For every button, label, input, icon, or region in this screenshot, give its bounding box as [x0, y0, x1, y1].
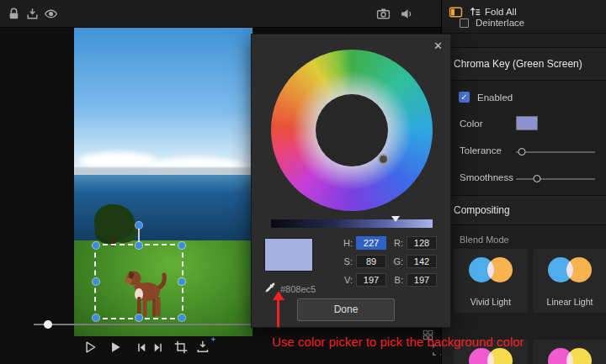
fold-all-icon[interactable] [469, 5, 481, 18]
fold-all-button[interactable]: Fold All [485, 7, 517, 17]
app-window: + Fold All Deinterlace Chroma Key (Green… [0, 0, 606, 364]
selection-box[interactable] [94, 244, 183, 319]
divider [442, 33, 606, 34]
next-frame-icon[interactable] [152, 341, 164, 354]
export-icon[interactable] [25, 7, 40, 21]
blend-mode-label: Blend Mode [460, 235, 509, 245]
video-canvas[interactable] [74, 28, 252, 336]
selection-handle[interactable] [178, 242, 185, 249]
photo-tree [94, 204, 135, 241]
blend-mode-linear-light[interactable]: Linear Light [533, 249, 606, 313]
r-label: R: [390, 236, 403, 250]
selection-handle[interactable] [93, 242, 99, 249]
scrubber-knob[interactable] [44, 320, 52, 329]
snapshot-add-icon[interactable]: + [196, 339, 211, 354]
blend-mode-vivid-light[interactable]: Vivid Light [454, 249, 528, 313]
annotation-text: Use color picker to pick the background … [272, 335, 524, 349]
hex-value[interactable]: #808ec5 [280, 284, 316, 294]
g-input[interactable]: 142 [407, 255, 437, 268]
s-input[interactable]: 89 [356, 255, 386, 268]
smoothness-slider[interactable] [516, 178, 595, 180]
close-icon[interactable]: ✕ [433, 40, 443, 52]
g-label: G: [390, 255, 403, 268]
selection-handle[interactable] [136, 314, 142, 321]
b-label: B: [390, 273, 403, 287]
blend-mode-name: Linear Light [533, 297, 606, 307]
h-input[interactable]: 227 [356, 236, 386, 250]
properties-panel: Fold All Deinterlace Chroma Key (Green S… [441, 0, 606, 364]
enabled-checkbox[interactable]: ✓ [459, 92, 470, 103]
done-button[interactable]: Done [297, 298, 395, 321]
blend-circle-yellow [566, 348, 592, 364]
eye-icon[interactable] [44, 7, 58, 21]
v-input[interactable]: 197 [356, 273, 386, 287]
color-picker-dialog: ✕ H: 227 R: 128 S: 89 G: 142 V: 197 B: 1… [251, 34, 451, 328]
blend-mode-tile-partial[interactable] [533, 340, 606, 364]
color-value-grid: H: 227 R: 128 S: 89 G: 142 V: 197 B: 197 [338, 236, 437, 287]
brightness-bar[interactable] [271, 219, 433, 228]
color-wheel-selector[interactable] [378, 154, 389, 165]
chroma-key-section-header[interactable]: Chroma Key (Green Screen) [442, 47, 606, 81]
b-input[interactable]: 197 [407, 273, 437, 287]
timeline-scrubber[interactable] [34, 324, 254, 325]
r-input[interactable]: 128 [407, 236, 437, 250]
deinterlace-label: Deinterlace [476, 18, 524, 28]
selection-handle[interactable] [93, 314, 99, 321]
brightness-marker[interactable] [391, 216, 400, 222]
tolerance-slider[interactable] [516, 151, 595, 153]
color-wheel[interactable] [271, 50, 433, 211]
h-label: H: [338, 236, 353, 250]
smoothness-knob[interactable] [534, 175, 541, 182]
play-icon[interactable] [108, 340, 123, 355]
panel-toggle-icon[interactable] [449, 5, 463, 19]
camera-snapshot-icon[interactable] [376, 7, 391, 21]
play-outline-icon[interactable] [82, 340, 98, 355]
chroma-color-swatch[interactable] [516, 116, 538, 130]
compositing-title: Compositing [454, 204, 510, 216]
picked-color-swatch [264, 238, 313, 272]
deinterlace-checkbox[interactable] [460, 18, 469, 28]
lock-icon[interactable] [7, 7, 21, 21]
selection-handle[interactable] [178, 278, 185, 285]
tolerance-knob[interactable] [518, 148, 525, 156]
selection-handle[interactable] [178, 314, 185, 321]
crop-icon[interactable] [173, 340, 189, 355]
selection-handle[interactable] [93, 278, 99, 285]
chroma-key-title: Chroma Key (Green Screen) [454, 58, 582, 70]
v-label: V: [338, 273, 353, 287]
blend-circle-orange [566, 257, 592, 282]
previous-frame-icon[interactable] [136, 341, 148, 354]
selection-handle[interactable] [136, 242, 142, 249]
rotate-handle[interactable] [136, 222, 142, 229]
annotation-arrow [277, 299, 279, 327]
s-label: S: [338, 255, 353, 268]
blend-mode-name: Vivid Light [454, 297, 528, 307]
color-wheel-center [316, 94, 388, 166]
blend-circle-orange [487, 257, 513, 282]
color-label: Color [460, 119, 482, 129]
enabled-label: Enabled [477, 92, 513, 103]
speaker-icon[interactable] [400, 7, 414, 21]
tolerance-label: Tolerance [460, 145, 502, 156]
blend-circle-yellow [487, 348, 513, 364]
check-icon: ✓ [460, 92, 467, 102]
compositing-section-header[interactable]: Compositing [442, 195, 606, 225]
smoothness-label: Smoothness [460, 172, 513, 182]
plus-badge: + [211, 335, 215, 344]
